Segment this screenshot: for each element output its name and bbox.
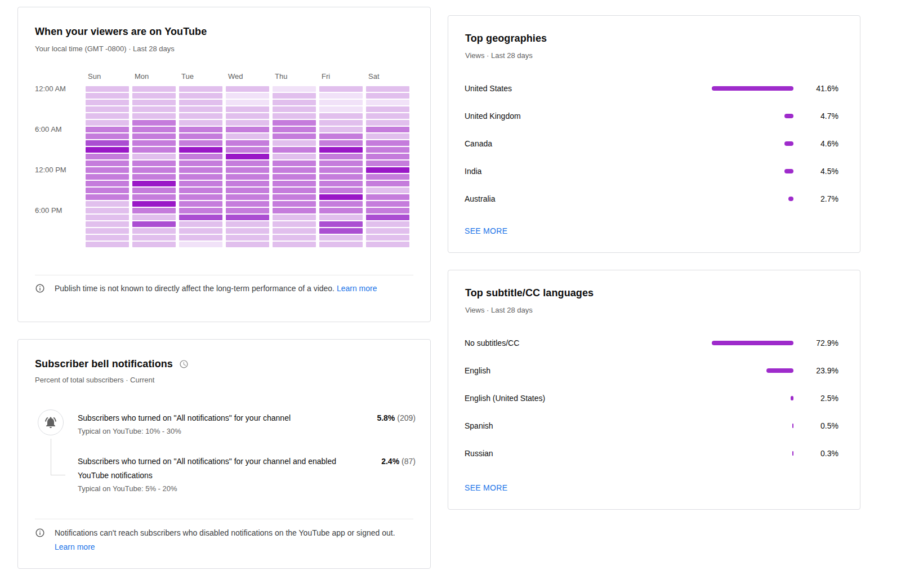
heatmap-cell bbox=[179, 147, 222, 153]
heatmap-cell bbox=[366, 188, 409, 193]
bell-stat-value: 5.8%(209) bbox=[377, 411, 416, 425]
day-label: Sat bbox=[366, 72, 409, 81]
heatmap-cell bbox=[319, 113, 363, 119]
learn-more-link[interactable]: Learn more bbox=[55, 542, 95, 551]
heatmap-cell bbox=[226, 188, 269, 193]
lang-rows: No subtitles/CC72.9%English23.9%English … bbox=[465, 329, 838, 467]
heatmap-cell bbox=[86, 221, 129, 227]
heatmap-cell bbox=[86, 106, 129, 112]
bell-stat-label: Subscribers who turned on "All notificat… bbox=[78, 455, 342, 483]
publish-time-info-text: Publish time is not known to directly af… bbox=[55, 282, 402, 296]
stat-bar-zone bbox=[712, 396, 793, 400]
learn-more-link[interactable]: Learn more bbox=[337, 284, 377, 293]
heatmap-cell bbox=[132, 228, 176, 234]
bell-icon-circle bbox=[38, 409, 64, 435]
heatmap-cell bbox=[179, 208, 222, 213]
heatmap-cell bbox=[273, 181, 316, 186]
heatmap-cell bbox=[179, 242, 222, 247]
heatmap-cell bbox=[319, 167, 363, 173]
heatmap-cell bbox=[226, 201, 269, 207]
heatmap-cell bbox=[319, 201, 363, 207]
viewers-activity-card: When your viewers are on YouTube Your lo… bbox=[17, 7, 431, 322]
heatmap-cell bbox=[132, 154, 176, 159]
heatmap-cell bbox=[366, 181, 409, 186]
bell-card-subtitle: Percent of total subscribers · Current bbox=[35, 376, 154, 384]
stat-label: Spanish bbox=[465, 421, 712, 430]
heatmap-cell bbox=[132, 188, 176, 193]
lang-row: English23.9% bbox=[465, 357, 838, 384]
heatmap-cell bbox=[319, 242, 363, 247]
heatmap-day-headers: SunMonTueWedThuFriSat bbox=[86, 72, 409, 81]
heatmap-cell bbox=[226, 113, 269, 119]
heatmap-cell bbox=[226, 242, 269, 247]
heatmap-cell bbox=[366, 167, 409, 173]
lang-row: English (United States)2.5% bbox=[465, 384, 838, 412]
heatmap-cell bbox=[366, 215, 409, 220]
heatmap-cell bbox=[132, 194, 176, 200]
stat-bar bbox=[784, 141, 793, 146]
heatmap-cell bbox=[179, 215, 222, 220]
heatmap-cell bbox=[319, 181, 363, 186]
stat-label: Canada bbox=[465, 139, 712, 148]
heatmap-cell bbox=[226, 194, 269, 200]
heatmap-cell bbox=[273, 174, 316, 180]
stat-value: 4.7% bbox=[793, 112, 838, 121]
heatmap-cell bbox=[366, 127, 409, 132]
heatmap-cell bbox=[179, 194, 222, 200]
heatmap-cell bbox=[319, 154, 363, 159]
heatmap-cell bbox=[226, 86, 269, 92]
heatmap-cell bbox=[273, 127, 316, 132]
stat-value: 2.5% bbox=[793, 394, 838, 403]
heatmap-cell bbox=[226, 235, 269, 240]
divider bbox=[35, 275, 413, 275]
heatmap-cell bbox=[273, 113, 316, 119]
heatmap-cell bbox=[319, 120, 363, 126]
heatmap-cell bbox=[179, 120, 222, 126]
heatmap-cell bbox=[226, 133, 269, 139]
heatmap-cell bbox=[86, 93, 129, 99]
heatmap-cell bbox=[86, 86, 129, 92]
bell-stat-typical: Typical on YouTube: 5% - 20% bbox=[78, 484, 416, 493]
viewers-card-title: When your viewers are on YouTube bbox=[35, 26, 207, 38]
heatmap-cell bbox=[319, 86, 363, 92]
heatmap-cell bbox=[132, 181, 176, 186]
stat-bar-zone bbox=[712, 86, 793, 91]
stat-bar-zone bbox=[712, 341, 793, 345]
heatmap-cell bbox=[366, 140, 409, 146]
heatmap-cell bbox=[366, 133, 409, 139]
top-subtitle-languages-card: Top subtitle/CC languages Views · Last 2… bbox=[448, 270, 860, 510]
heatmap-cell bbox=[86, 100, 129, 105]
heatmap-cell bbox=[366, 208, 409, 213]
geo-see-more-button[interactable]: SEE MORE bbox=[465, 226, 507, 235]
heatmap-cell bbox=[273, 86, 316, 92]
stat-value: 4.6% bbox=[793, 139, 838, 148]
stat-label: English (United States) bbox=[465, 394, 712, 403]
heatmap-cell bbox=[366, 86, 409, 92]
heatmap-cell bbox=[226, 127, 269, 132]
heatmap-cell bbox=[179, 133, 222, 139]
day-label: Fri bbox=[319, 72, 363, 81]
heatmap-cell bbox=[86, 181, 129, 186]
heatmap-cell bbox=[86, 154, 129, 159]
geo-card-subtitle: Views · Last 28 days bbox=[465, 51, 533, 60]
heatmap-cell bbox=[179, 201, 222, 207]
heatmap-cell bbox=[273, 100, 316, 105]
lang-see-more-button[interactable]: SEE MORE bbox=[465, 483, 507, 492]
heatmap-cell bbox=[319, 100, 363, 105]
heatmap-cell bbox=[319, 188, 363, 193]
heatmap-cell bbox=[366, 161, 409, 166]
heatmap-cell bbox=[86, 228, 129, 234]
stat-bar-zone bbox=[712, 114, 793, 118]
heatmap-cell bbox=[319, 106, 363, 112]
stat-label: English bbox=[465, 366, 712, 375]
heatmap-cell bbox=[86, 188, 129, 193]
geo-row: Canada4.6% bbox=[465, 130, 838, 157]
heatmap-cell bbox=[132, 242, 176, 247]
stat-bar bbox=[784, 169, 793, 173]
lang-row: Russian0.3% bbox=[465, 439, 838, 467]
stat-bar-zone bbox=[712, 424, 793, 428]
stat-bar-zone bbox=[712, 169, 793, 173]
bell-stat-label: Subscribers who turned on "All notificat… bbox=[78, 411, 342, 425]
geo-card-title: Top geographies bbox=[465, 33, 547, 44]
heatmap-cell bbox=[273, 242, 316, 247]
